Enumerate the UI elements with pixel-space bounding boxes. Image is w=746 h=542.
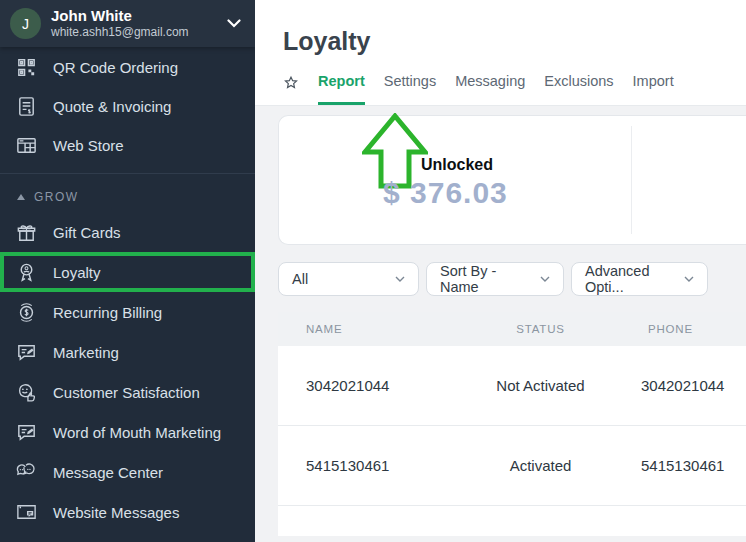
- sidebar-item-gift-cards[interactable]: Gift Cards: [0, 212, 255, 252]
- sidebar-item-customer-satisfaction[interactable]: Customer Satisfaction: [0, 372, 255, 412]
- word-of-mouth-icon: [15, 421, 38, 444]
- tab-import[interactable]: Import: [633, 73, 674, 105]
- cell-name: 3042021044: [278, 377, 468, 394]
- customers-table: NAME STATUS PHONE 3042021044 Not Activat…: [278, 312, 746, 536]
- card-divider: [631, 126, 632, 234]
- column-header-status: STATUS: [468, 323, 613, 335]
- sidebar-item-label: Word of Mouth Marketing: [53, 424, 221, 441]
- quote-invoicing-icon: [15, 95, 38, 118]
- favorite-star-icon[interactable]: [283, 75, 299, 104]
- table-header: NAME STATUS PHONE: [278, 312, 746, 346]
- table-row[interactable]: 5415130461 Activated 5415130461: [278, 426, 746, 506]
- column-header-phone: PHONE: [613, 323, 746, 335]
- website-messages-icon: [15, 501, 38, 524]
- dropdown-value: Advanced Opti...: [585, 263, 676, 295]
- table-row-partial: [278, 506, 746, 536]
- dropdown-value: Sort By - Name: [440, 263, 532, 295]
- message-center-icon: [15, 461, 38, 484]
- page-title: Loyalty: [283, 27, 746, 56]
- sidebar-item-label: Website Messages: [53, 504, 179, 521]
- gift-cards-icon: [15, 221, 38, 244]
- sidebar-divider: [0, 173, 255, 174]
- report-content: Unlocked $ 376.03 All Sort By - Name: [255, 106, 746, 542]
- section-label: GROW: [34, 190, 79, 204]
- unlocked-label: Unlocked: [421, 156, 493, 174]
- cell-phone: 3042021044: [613, 377, 746, 394]
- tab-bar: Report Settings Messaging Exclusions Imp…: [283, 73, 746, 105]
- sidebar-item-label: Web Store: [53, 137, 124, 154]
- chevron-down-icon: [540, 276, 550, 282]
- user-name: John White: [51, 7, 189, 26]
- sidebar-item-label: QR Code Ordering: [53, 59, 178, 76]
- loyalty-summary-card: Unlocked $ 376.03: [278, 115, 746, 245]
- marketing-icon: [15, 341, 38, 364]
- collapse-triangle-icon: [17, 194, 25, 200]
- sidebar-item-marketing[interactable]: Marketing: [0, 332, 255, 372]
- tab-exclusions[interactable]: Exclusions: [544, 73, 613, 105]
- sidebar-nav: QR Code Ordering Quote & Invoicing: [0, 47, 255, 532]
- cell-phone: 5415130461: [613, 457, 746, 474]
- cell-status: Not Activated: [468, 377, 613, 394]
- filter-dropdown-all[interactable]: All: [278, 262, 419, 296]
- sidebar-item-website-messages[interactable]: Website Messages: [0, 492, 255, 532]
- chevron-down-icon: [395, 276, 405, 282]
- filter-bar: All Sort By - Name Advanced Opti...: [278, 262, 746, 296]
- user-account-header[interactable]: J John White white.ashh15@gmail.com: [0, 0, 255, 47]
- tab-report[interactable]: Report: [318, 73, 365, 105]
- dropdown-value: All: [292, 271, 308, 287]
- main-panel: Loyalty Report Settings Messaging Exclus…: [255, 0, 746, 542]
- sidebar-item-label: Loyalty: [53, 264, 101, 281]
- sidebar-item-message-center[interactable]: Message Center: [0, 452, 255, 492]
- table-row[interactable]: 3042021044 Not Activated 3042021044: [278, 346, 746, 426]
- sidebar-item-recurring-billing[interactable]: Recurring Billing: [0, 292, 255, 332]
- chevron-down-icon[interactable]: [227, 19, 241, 28]
- unlocked-amount: $ 376.03: [383, 176, 508, 210]
- tab-messaging[interactable]: Messaging: [455, 73, 525, 105]
- customer-satisfaction-icon: [15, 381, 38, 404]
- tab-settings[interactable]: Settings: [384, 73, 436, 105]
- column-header-name: NAME: [278, 323, 468, 335]
- sidebar-item-label: Marketing: [53, 344, 119, 361]
- loyalty-award-icon: [15, 261, 38, 284]
- sidebar-section-grow[interactable]: GROW: [0, 182, 255, 212]
- recurring-billing-icon: [15, 301, 38, 324]
- web-store-icon: [15, 134, 38, 157]
- qr-code-icon: [15, 56, 38, 79]
- app-window: J John White white.ashh15@gmail.com QR C…: [0, 0, 746, 542]
- sidebar-item-label: Message Center: [53, 464, 163, 481]
- chevron-down-icon: [684, 276, 694, 282]
- sidebar-item-loyalty[interactable]: Loyalty: [0, 252, 255, 292]
- user-meta: John White white.ashh15@gmail.com: [51, 7, 189, 41]
- sidebar-item-label: Customer Satisfaction: [53, 384, 200, 401]
- cell-name: 5415130461: [278, 457, 468, 474]
- sidebar-item-quote-invoicing[interactable]: Quote & Invoicing: [0, 87, 255, 126]
- sidebar-item-label: Gift Cards: [53, 224, 121, 241]
- user-email: white.ashh15@gmail.com: [51, 25, 189, 40]
- sort-by-dropdown[interactable]: Sort By - Name: [426, 262, 564, 296]
- sidebar-item-label: Recurring Billing: [53, 304, 162, 321]
- cell-status: Activated: [468, 457, 613, 474]
- sidebar-item-qr-code-ordering[interactable]: QR Code Ordering: [0, 48, 255, 87]
- main-header: Loyalty Report Settings Messaging Exclus…: [255, 0, 746, 106]
- advanced-options-dropdown[interactable]: Advanced Opti...: [571, 262, 708, 296]
- sidebar-item-web-store[interactable]: Web Store: [0, 126, 255, 165]
- sidebar-item-label: Quote & Invoicing: [53, 98, 171, 115]
- sidebar: J John White white.ashh15@gmail.com QR C…: [0, 0, 255, 542]
- sidebar-item-word-of-mouth[interactable]: Word of Mouth Marketing: [0, 412, 255, 452]
- avatar: J: [10, 8, 41, 39]
